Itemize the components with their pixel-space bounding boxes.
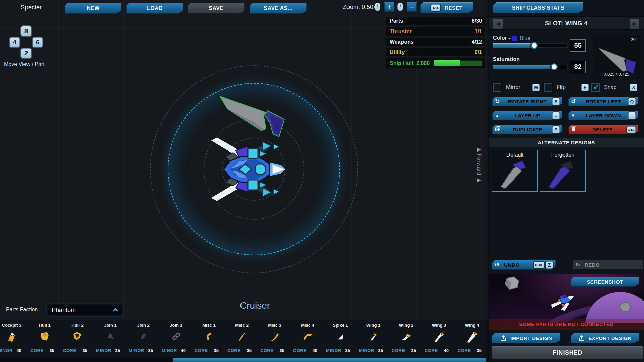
part-name: Misc 4 <box>291 323 324 328</box>
saturation-slider[interactable] <box>493 65 568 69</box>
part-scale-value: 0.025 / 0.725 <box>593 72 640 77</box>
parts-scrollbar-track[interactable] <box>0 357 489 362</box>
ship-assembly[interactable] <box>207 136 301 203</box>
hook-icon <box>202 329 216 344</box>
part-slot-type: CORE <box>293 348 307 353</box>
hull-open-icon <box>70 329 85 344</box>
part-palette-item[interactable]: Misc 2 CORE 35 <box>225 320 258 356</box>
zoom-level-label: Zoom: 0.50x <box>343 4 376 11</box>
forward-label: Forward <box>476 154 482 176</box>
redo-button[interactable]: ↻ REDO <box>573 260 643 270</box>
part-palette-item[interactable]: Join 2 MINOR 35 <box>127 320 160 356</box>
part-name: Misc 1 <box>193 323 225 328</box>
part-palette-item[interactable]: Misc 4 CORE 40 <box>291 320 324 356</box>
cockpit-icon <box>4 329 19 344</box>
saturation-value-box[interactable]: 82 <box>570 61 586 73</box>
part-slot-type: CORE <box>195 348 208 353</box>
export-icon <box>578 335 585 341</box>
part-cost: 35 <box>345 348 350 353</box>
curved-blade-icon <box>234 329 249 344</box>
finished-button[interactable]: FINISHED <box>492 346 643 359</box>
part-name: Wing 1 <box>357 323 390 328</box>
wing-long-icon <box>432 329 446 344</box>
save-button[interactable]: SAVE <box>188 3 245 14</box>
part-palette-item[interactable]: Spike 1 MINOR 35 <box>324 320 357 356</box>
part-slot-type: MINOR <box>96 348 111 353</box>
ship-class-stats-button[interactable]: SHIP CLASS STATS <box>493 2 583 13</box>
hull-closed-icon <box>37 329 52 344</box>
part-palette-item[interactable]: Wing 3 CORE 40 <box>423 320 455 356</box>
part-palette-item[interactable]: Join 1 MINOR 35 <box>94 320 127 356</box>
mirror-checkbox[interactable] <box>493 83 501 92</box>
load-button[interactable]: LOAD <box>126 3 183 14</box>
delete-button[interactable]: DELETE DEL <box>568 125 638 134</box>
rotate-right-button[interactable]: ↻ ROTATE RIGHT E <box>492 97 562 106</box>
default-design-graphic <box>497 160 534 190</box>
editor-side-panel: SHIP CLASS STATS ◀ SLOT: WING 4 ▶ Color … <box>489 0 644 362</box>
part-cost: 40 <box>17 348 21 353</box>
part-palette-item[interactable]: Hull 1 CORE 35 <box>28 320 61 356</box>
part-palette-item[interactable]: Wing 1 MINOR 35 <box>357 320 390 356</box>
new-button[interactable]: NEW <box>65 3 121 14</box>
part-palette-item[interactable]: Misc 1 CORE 35 <box>193 320 225 356</box>
join-tee-icon <box>103 329 118 344</box>
flip-label: Flip <box>557 84 566 90</box>
screenshot-button[interactable]: SCREENSHOT <box>571 277 639 287</box>
color-slider-thumb[interactable] <box>531 42 538 49</box>
ship-hull-row: Ship Hull: 2,800 <box>386 58 485 68</box>
duplicate-key-badge: P <box>552 126 560 133</box>
zoom-out-button[interactable]: − <box>407 2 417 12</box>
duplicate-button[interactable]: DUPLICATE P <box>492 125 562 134</box>
snap-checkbox[interactable]: ✓ <box>591 83 600 92</box>
spike-icon <box>333 329 348 344</box>
part-palette-item[interactable]: Wing 2 CORE 35 <box>390 320 423 356</box>
stat-row: Weapons 4/12 <box>386 38 485 46</box>
wing-small-icon <box>366 329 381 344</box>
parts-faction-dropdown[interactable]: Phantom <box>47 304 123 316</box>
part-palette-item[interactable]: Cockpit 3 MINOR 40 <box>0 320 28 356</box>
forgotten-design-graphic <box>545 160 582 190</box>
part-slot-type: MINOR <box>129 348 144 353</box>
part-cost: 40 <box>181 348 186 353</box>
join-chain-icon <box>169 329 183 344</box>
parts-palette-bar: Cockpit 3 MINOR 40 Hull 1 CORE 35 <box>0 320 489 362</box>
undo-button[interactable]: ↺ UNDO CTRL Z <box>492 260 556 270</box>
part-name: Join 2 <box>127 323 160 328</box>
part-palette-item[interactable]: Hull 2 CORE 35 <box>61 320 94 356</box>
ship-editor-screen: ▶ Forward ▶ Cruiser Specter NEW LOAD SAV… <box>0 0 644 362</box>
design-card-forgotten[interactable]: Forgotten <box>540 150 586 192</box>
reset-label: RESET <box>445 5 463 11</box>
color-slider[interactable] <box>493 43 568 48</box>
mouse-scroll-up-icon <box>375 3 380 11</box>
design-name: Default <box>492 152 537 158</box>
forward-arrow-bottom-icon: ▶ <box>477 177 481 182</box>
design-card-default[interactable]: Default <box>492 150 538 192</box>
part-slot-type: CORE <box>63 348 76 353</box>
save-as-button[interactable]: SAVE AS... <box>250 3 307 14</box>
numpad-6-key: 6 <box>33 37 43 47</box>
slot-next-button[interactable]: ▶ <box>629 18 640 29</box>
arc-icon <box>300 329 315 344</box>
part-palette-item[interactable]: Join 3 MINOR 40 <box>160 320 193 356</box>
flip-checkbox[interactable] <box>544 83 552 92</box>
zoom-in-button[interactable]: + <box>384 2 394 12</box>
parts-scrollbar-thumb[interactable] <box>173 358 486 362</box>
saturation-label: Saturation <box>493 56 520 62</box>
selected-wing-part[interactable] <box>213 91 287 140</box>
part-cost: 40 <box>313 348 317 353</box>
import-design-button[interactable]: IMPORT DESIGN <box>492 333 560 343</box>
export-design-button[interactable]: EXPORT DESIGN <box>571 333 639 343</box>
part-cost: 35 <box>50 348 54 353</box>
rotate-left-button[interactable]: ↺ ROTATE LEFT Q <box>568 97 638 106</box>
join-plate-icon <box>136 329 151 344</box>
layer-up-key-badge: = <box>552 112 560 119</box>
layer-up-button[interactable]: ▲ LAYER UP = <box>492 111 562 120</box>
part-palette-item[interactable]: Wing 4 CORE 35 <box>455 320 488 356</box>
layer-down-button[interactable]: ▼ LAYER DOWN - <box>568 111 638 120</box>
reset-view-button[interactable]: TAB RESET <box>420 2 473 13</box>
color-label: Color - <box>493 35 511 41</box>
part-palette-item[interactable]: Misc 3 CORE 35 <box>258 320 291 356</box>
part-slot-type: CORE <box>425 348 438 353</box>
saturation-slider-thumb[interactable] <box>551 63 558 70</box>
color-value-box[interactable]: 55 <box>570 39 586 52</box>
